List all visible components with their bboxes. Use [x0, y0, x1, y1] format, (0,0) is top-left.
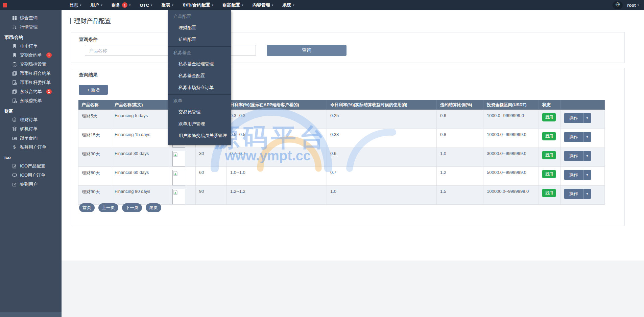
cell-status: 启用 — [539, 186, 561, 205]
cell-status: 启用 — [539, 148, 561, 167]
table-row: 理财90天 Financing 90 days 90 1.2--1.2 1.0 … — [78, 186, 605, 205]
status-badge: 启用 — [542, 151, 556, 159]
sidebar-item-label: 综合查询 — [20, 15, 38, 21]
pagination: 首页 上一页 下一页 尾页 — [79, 203, 161, 212]
action-button[interactable]: 操作 — [564, 151, 583, 161]
action-caret-button[interactable]: ▼ — [583, 189, 591, 199]
cell-actions: 操作▼ — [561, 167, 605, 186]
nav-item-system[interactable]: 系统▾ — [282, 0, 294, 10]
sidebar-section-coin-contract: 币币/合约 — [0, 33, 62, 41]
coin-contract-config-dropdown: 产品配置 理财配置 矿机配置 私募基金 私募基金经理管理 私募基金配置 私募市场… — [168, 10, 231, 145]
sidebar-item-checkin-users[interactable]: 签到用户 — [0, 180, 62, 189]
pagination-first[interactable]: 首页 — [79, 203, 95, 212]
sidebar-item-market-mgmt[interactable]: 行情管理 — [0, 22, 62, 31]
sidebar-item-miner-orders[interactable]: 矿机订单 — [0, 124, 62, 133]
copy-icon — [12, 89, 17, 94]
monitor-icon — [12, 173, 17, 178]
cell-actions: 操作▼ — [561, 148, 605, 167]
menu-item-financing-config[interactable]: 理财配置 — [168, 22, 231, 33]
nav-item-users[interactable]: 用户▾ — [91, 0, 103, 10]
broken-image-placeholder — [172, 170, 185, 185]
nav-item-content-mgmt[interactable]: 内容管理▾ — [253, 0, 273, 10]
sidebar-item-label: 私募用户订单 — [20, 144, 46, 150]
nav-item-otc[interactable]: OTC▾ — [140, 0, 152, 10]
file-clock-icon — [12, 98, 17, 103]
cell-today-rate: 0.38 — [327, 129, 437, 148]
nav-item-finance[interactable]: 财务1▾ — [112, 0, 131, 10]
cell-penalty: 0.6 — [437, 110, 483, 129]
chevron-down-icon: ▾ — [272, 4, 273, 7]
menu-divider — [168, 94, 231, 95]
nav-label: 系统 — [282, 2, 291, 8]
sidebar-item-delivery-contracts[interactable]: 交割合约单 1 — [0, 50, 62, 60]
cell-today-rate: 1.0 — [327, 186, 437, 205]
menu-item-user-follow-trader-mgmt[interactable]: 用户跟随交易员关系管理 — [168, 130, 231, 141]
pagination-last[interactable]: 尾页 — [146, 203, 161, 212]
menu-item-private-fund-config[interactable]: 私募基金配置 — [168, 70, 231, 82]
search-panel: 查询条件 查询 — [71, 32, 625, 63]
sidebar-item-financing-orders[interactable]: 理财订单 — [0, 115, 62, 124]
action-caret-button[interactable]: ▼ — [583, 151, 591, 161]
cell-rate: 1.0--1.0 — [227, 167, 327, 186]
sidebar-item-overview-query[interactable]: 综合查询 — [0, 13, 62, 22]
action-button[interactable]: 操作 — [564, 189, 583, 199]
table-row: 理财5天 Financing 5 days 0.3--0.3 0.25 0.6 … — [78, 110, 605, 129]
cell-image — [169, 186, 196, 205]
sidebar-item-coin-leverage-entrust[interactable]: 币币杠杆委托单 — [0, 78, 62, 87]
user-menu[interactable]: root▾ — [627, 3, 639, 8]
sidebar-item-coin-orders[interactable]: 币币订单 — [0, 41, 62, 50]
sidebar-item-ico-user-orders[interactable]: ICO用户订单 — [0, 171, 62, 180]
cell-penalty: 1.0 — [437, 148, 483, 167]
sidebar-item-copy-trade-contracts[interactable]: 跟单合约 — [0, 133, 62, 142]
copy-icon — [12, 71, 17, 76]
nav-item-coin-contract-config[interactable]: 币币/合约配置▾ — [183, 0, 213, 10]
products-table: 产品名称 产品名称(英文) 日利率(%)(显示在APP端给客户看的) 今日利率(… — [78, 100, 605, 205]
cell-name-en: Financing 15 days — [111, 129, 169, 148]
menu-item-copy-trade-user-mgmt[interactable]: 跟单用户管理 — [168, 118, 231, 130]
broken-image-placeholder — [172, 151, 185, 166]
cell-days: 90 — [196, 186, 227, 205]
cell-name: 理财30天 — [78, 148, 111, 167]
cell-days: 30 — [196, 148, 227, 167]
nav-item-wealth-config[interactable]: 财富配置▾ — [222, 0, 243, 10]
sidebar-item-ico-product-config[interactable]: ICO产品配置 — [0, 161, 62, 171]
top-navbar: 日志▾ 用户▾ 财务1▾ OTC▾ 报表▾ 币币/合约配置▾ 财富配置▾ 内容管… — [0, 0, 644, 10]
sidebar-item-perpetual-entrust[interactable]: 永续委托单 — [0, 96, 62, 105]
nav-item-reports[interactable]: 报表▾ — [162, 0, 174, 10]
action-caret-button[interactable]: ▼ — [583, 132, 591, 142]
coins-icon — [12, 117, 17, 122]
cell-penalty: 1.5 — [437, 186, 483, 205]
logo-mark — [3, 3, 7, 7]
sidebar-item-perpetual-contracts[interactable]: 永续合约单 1 — [0, 87, 62, 96]
language-globe-button[interactable] — [613, 1, 623, 9]
nav-item-logs[interactable]: 日志▾ — [69, 0, 81, 10]
clipboard-icon — [12, 62, 17, 67]
sidebar-item-coin-leverage-contracts[interactable]: 币币杠杆合约单 — [0, 69, 62, 78]
pagination-prev[interactable]: 上一页 — [98, 203, 118, 212]
col-name-en: 产品名称(英文) — [111, 100, 169, 110]
menu-item-private-fund-manager[interactable]: 私募基金经理管理 — [168, 58, 231, 70]
username: root — [627, 3, 636, 8]
main-content: 理财产品配置 查询条件 查询 查询结果 + 新增 产品名称 产品名称 — [62, 10, 644, 317]
sidebar-collapse-bar[interactable] — [0, 312, 62, 317]
add-button[interactable]: + 新增 — [79, 85, 108, 95]
menu-item-miner-config[interactable]: 矿机配置 — [168, 33, 231, 45]
menu-item-private-market-positions[interactable]: 私募市场持仓订单 — [168, 82, 231, 93]
action-button[interactable]: 操作 — [564, 132, 583, 142]
sidebar-item-delivery-risk-settings[interactable]: 交割场控设置 — [0, 60, 62, 69]
notification-badge: 1 — [46, 89, 52, 94]
search-button[interactable]: 查询 — [267, 45, 347, 56]
cell-actions: 操作▼ — [561, 186, 605, 205]
action-caret-button[interactable]: ▼ — [583, 170, 591, 180]
action-button[interactable]: 操作 — [564, 113, 583, 123]
pagination-next[interactable]: 下一页 — [122, 203, 142, 212]
action-button[interactable]: 操作 — [564, 170, 583, 180]
bookmark-icon — [12, 43, 17, 48]
action-split-button: 操作▼ — [564, 132, 591, 142]
sidebar-item-private-fund-user-orders[interactable]: $ 私募用户订单 — [0, 142, 62, 152]
menu-item-trader-mgmt[interactable]: 交易员管理 — [168, 106, 231, 118]
navbar-right: root▾ — [613, 0, 639, 10]
sidebar-section-ico: ico — [0, 154, 62, 161]
action-caret-button[interactable]: ▼ — [583, 113, 591, 123]
action-split-button: 操作▼ — [564, 113, 591, 123]
